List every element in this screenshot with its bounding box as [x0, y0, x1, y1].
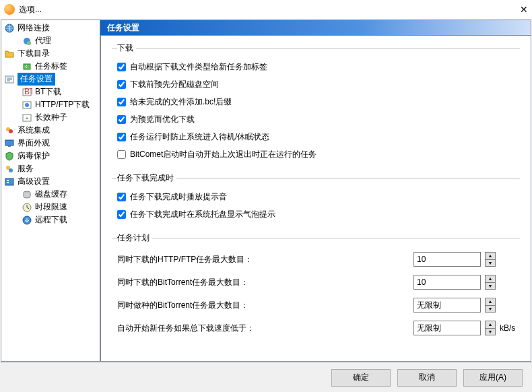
spin-up-icon[interactable]: ▲: [486, 321, 495, 329]
sidebar-item-disk-cache[interactable]: 磁盘缓存: [1, 188, 100, 201]
http-icon: [22, 100, 32, 110]
checkbox[interactable]: [117, 63, 126, 71]
max-bt-seed-input[interactable]: [413, 298, 481, 313]
spin-up-icon[interactable]: ▲: [486, 275, 495, 283]
globe-icon: [4, 23, 15, 34]
svg-point-15: [9, 168, 13, 172]
checkbox[interactable]: [117, 210, 126, 219]
spin-down-icon[interactable]: ▼: [486, 329, 495, 335]
check-prealloc[interactable]: 下载前预先分配磁盘空间: [117, 75, 520, 93]
sidebar-item-label: 下载目录: [18, 48, 50, 59]
sidebar-item-proxy[interactable]: 代理: [1, 34, 100, 47]
seed-icon: [22, 112, 32, 123]
check-auto-tag[interactable]: 自动根据下载文件类型给新任务加标签: [117, 58, 520, 75]
apply-button[interactable]: 应用(A): [463, 369, 523, 387]
check-prevent-sleep[interactable]: 任务运行时防止系统进入待机/休眠状态: [117, 128, 520, 145]
svg-point-2: [27, 41, 31, 45]
monitor-icon: [4, 138, 15, 149]
spinner[interactable]: ▲▼: [485, 298, 496, 313]
window-title: 选项...: [19, 4, 42, 15]
checkbox[interactable]: [117, 193, 126, 201]
svg-text:BT: BT: [24, 87, 32, 96]
sidebar-item-long-seed[interactable]: 长效种子: [1, 111, 100, 124]
spin-down-icon[interactable]: ▼: [486, 306, 495, 313]
sidebar-item-services[interactable]: 服务: [1, 162, 100, 175]
sidebar-item-schedule-limit[interactable]: 时段限速: [1, 201, 100, 214]
sidebar-item-label: 界面外观: [18, 137, 50, 149]
sidebar-item-task-tags[interactable]: 任务标签: [1, 60, 100, 73]
sidebar-item-label: 系统集成: [18, 125, 50, 136]
sidebar-item-label: 长效种子: [35, 112, 67, 123]
sidebar-item-http-download[interactable]: HTTP/FTP下载: [1, 98, 100, 111]
sidebar-item-antivirus[interactable]: 病毒保护: [1, 150, 100, 162]
checkbox[interactable]: [117, 98, 126, 106]
sidebar-item-label: HTTP/FTP下载: [35, 99, 90, 110]
check-sound-on-complete[interactable]: 任务下载完成时播放提示音: [117, 188, 520, 205]
sidebar-item-download-dir[interactable]: 下载目录: [1, 47, 100, 60]
svg-rect-18: [7, 182, 9, 183]
max-bt-seed-label: 同时做种的BitTorrent任务最大数目：: [117, 300, 413, 311]
cancel-button[interactable]: 取消: [397, 369, 457, 387]
task-icon: [4, 74, 15, 85]
svg-rect-17: [7, 180, 9, 181]
users-icon: [4, 125, 15, 136]
close-icon[interactable]: ✕: [520, 4, 528, 15]
spin-up-icon[interactable]: ▲: [486, 298, 495, 306]
max-http-input[interactable]: [413, 252, 481, 267]
auto-start-speed-input[interactable]: [413, 321, 481, 335]
checkbox[interactable]: [117, 80, 126, 89]
sidebar-item-label: 网络连接: [18, 22, 50, 34]
proxy-icon: [22, 36, 32, 46]
sidebar-item-task-settings[interactable]: 任务设置: [1, 73, 100, 86]
ok-button[interactable]: 确定: [331, 369, 391, 387]
sidebar: 网络连接 代理 下载目录 任务标签 任务设置 BTBT下载 HTTP/FTP下载…: [1, 20, 100, 362]
remote-icon: [22, 215, 32, 226]
app-icon: [4, 4, 15, 15]
clock-icon: [22, 202, 32, 213]
check-bc-suffix[interactable]: 给未完成的文件添加.bc!后缀: [117, 93, 520, 110]
unit-label: kB/s: [500, 323, 520, 333]
sidebar-item-label: 时段限速: [35, 201, 67, 213]
sidebar-item-advanced[interactable]: 高级设置: [1, 175, 100, 188]
check-preview-opt[interactable]: 为预览而优化下载: [117, 110, 520, 128]
spin-down-icon[interactable]: ▼: [486, 283, 495, 290]
check-resume-on-start[interactable]: BitComet启动时自动开始上次退出时正在运行的任务: [117, 145, 520, 163]
max-bt-dl-label: 同时下载的BitTorrent任务最大数目：: [117, 277, 413, 288]
sidebar-item-remote-download[interactable]: 远程下载: [1, 214, 100, 226]
sidebar-item-label: BT下载: [35, 86, 61, 98]
sidebar-item-label: 任务标签: [35, 61, 67, 72]
advanced-icon: [4, 176, 15, 187]
folder-icon: [4, 48, 15, 59]
max-bt-dl-input[interactable]: [413, 275, 481, 290]
checkbox[interactable]: [117, 133, 126, 141]
shield-icon: [4, 151, 15, 162]
svg-rect-13: [8, 145, 11, 147]
max-http-label: 同时下载的HTTP/FTP任务最大数目：: [117, 254, 413, 265]
tag-icon: [22, 61, 32, 72]
auto-start-speed-label: 自动开始新任务如果总下载速度低于：: [117, 323, 413, 334]
sidebar-item-label: 病毒保护: [18, 150, 50, 162]
sidebar-item-system-integration[interactable]: 系统集成: [1, 124, 100, 137]
button-row: 确定 取消 应用(A): [0, 362, 532, 392]
section-legend: 任务下载完成时: [117, 172, 176, 184]
spinner[interactable]: ▲▼: [485, 252, 496, 267]
svg-point-8: [25, 103, 29, 107]
checkbox[interactable]: [117, 150, 126, 159]
bt-icon: BT: [22, 87, 32, 98]
titlebar: 选项... ✕: [0, 0, 532, 19]
section-legend: 任务计划: [117, 232, 152, 244]
section-plan: 任务计划 同时下载的HTTP/FTP任务最大数目： ▲▼ 同时下载的BitTor…: [112, 232, 520, 339]
spin-down-icon[interactable]: ▼: [486, 260, 495, 267]
checkbox[interactable]: [117, 115, 126, 124]
svg-rect-16: [5, 178, 13, 185]
sidebar-item-bt-download[interactable]: BTBT下载: [1, 86, 100, 98]
service-icon: [4, 164, 15, 174]
check-balloon-on-complete[interactable]: 任务下载完成时在系统托盘显示气泡提示: [117, 205, 520, 223]
sidebar-item-network[interactable]: 网络连接: [1, 22, 100, 34]
sidebar-item-label: 远程下载: [35, 214, 67, 226]
spinner[interactable]: ▲▼: [485, 321, 496, 335]
sidebar-item-appearance[interactable]: 界面外观: [1, 137, 100, 150]
spin-up-icon[interactable]: ▲: [486, 253, 495, 260]
spinner[interactable]: ▲▼: [485, 275, 496, 290]
page-title: 任务设置: [100, 20, 531, 36]
